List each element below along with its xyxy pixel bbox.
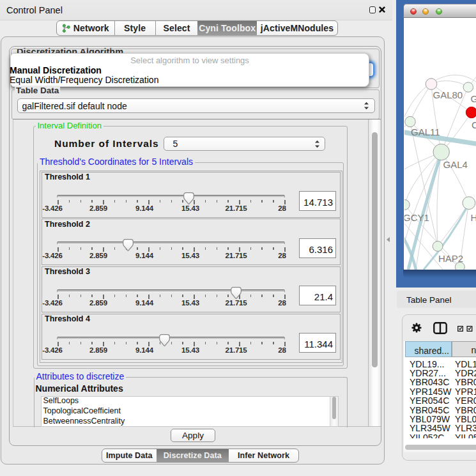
- svg-text:GAL4: GAL4: [443, 159, 468, 170]
- svg-text:GCY1: GCY1: [404, 212, 429, 223]
- svg-text:HAP2: HAP2: [438, 252, 463, 263]
- svg-text:GAL11: GAL11: [411, 126, 440, 137]
- svg-text:GAL80: GAL80: [433, 89, 463, 100]
- svg-text:H: H: [471, 212, 476, 223]
- svg-text:C: C: [472, 119, 476, 130]
- svg-text:G.: G.: [470, 93, 476, 104]
